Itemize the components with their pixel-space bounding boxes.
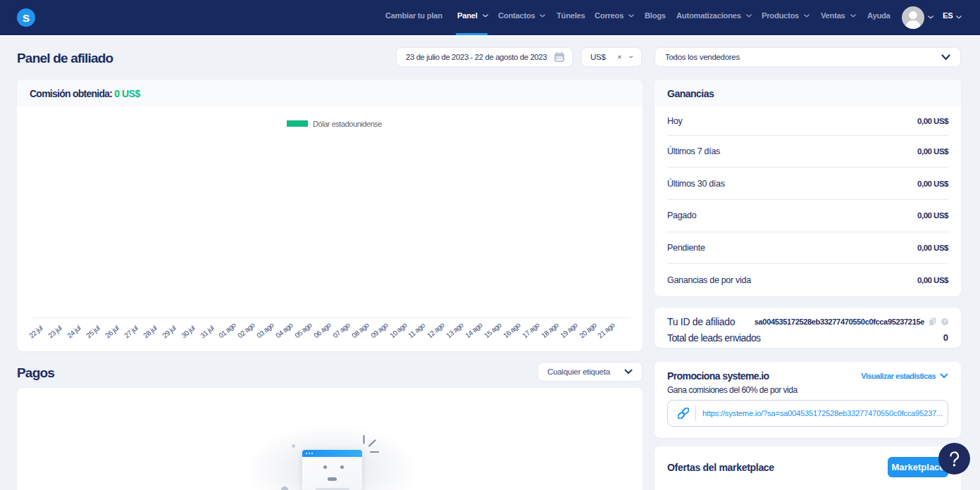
svg-text:?: ? xyxy=(943,319,946,324)
